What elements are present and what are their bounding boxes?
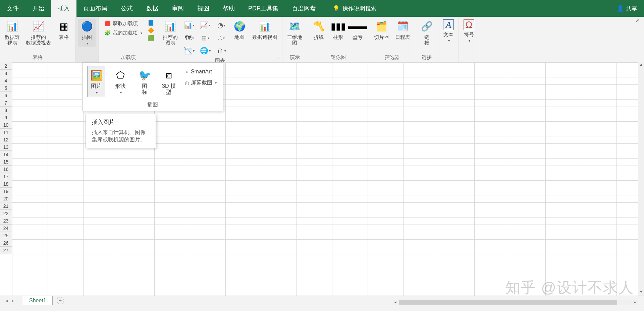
- row-header[interactable]: 7: [0, 99, 12, 107]
- symbol-button[interactable]: Ω符号▾: [462, 19, 476, 44]
- scroll-up-icon[interactable]: ▲: [638, 62, 644, 68]
- map3d-button[interactable]: 🗺️ 三维地 图: [285, 19, 304, 47]
- tooltip-body: 插入来自计算机、图像集库或联机源的图片。: [92, 129, 150, 144]
- group-demo: 🗺️ 三维地 图 演示: [282, 17, 307, 62]
- table-button[interactable]: ▦ 表格: [55, 19, 72, 41]
- row-header[interactable]: 19: [0, 188, 12, 195]
- row-header[interactable]: 18: [0, 180, 12, 188]
- row-header[interactable]: 17: [0, 173, 12, 180]
- hscroll-thumb[interactable]: [399, 300, 617, 305]
- add-sheet-button[interactable]: ＋: [57, 297, 64, 304]
- shapes-button[interactable]: ⬠ 形状▾: [111, 66, 129, 97]
- insert-picture-button[interactable]: 🖼️ 图片▾: [87, 66, 105, 97]
- tab-pdf[interactable]: PDF工具集: [241, 0, 285, 17]
- chart-hierarchy-button[interactable]: 🗺▾: [182, 32, 197, 44]
- map-chart-button[interactable]: 🌍 地图: [231, 19, 248, 41]
- sheet-next-button[interactable]: ▸: [10, 298, 16, 303]
- row-header[interactable]: 5: [0, 84, 12, 92]
- row-header[interactable]: 20: [0, 195, 12, 202]
- chart-stat-button[interactable]: ⊞▾: [198, 32, 213, 44]
- tab-insert[interactable]: 插入: [51, 0, 76, 17]
- link-button[interactable]: 🔗链 接: [418, 19, 435, 47]
- pivot-table-button[interactable]: 📊 数据透 视表: [3, 19, 22, 47]
- screenshot-button[interactable]: ⎙屏幕截图▾: [184, 79, 218, 87]
- horizontal-scrollbar[interactable]: ◂ ▸: [392, 299, 638, 305]
- tab-layout[interactable]: 页面布局: [76, 0, 114, 17]
- charts-dialog-launcher[interactable]: ↘: [276, 56, 281, 61]
- row-header[interactable]: 10: [0, 121, 12, 129]
- sheet-nav: ◂ ▸: [0, 298, 19, 303]
- row-header[interactable]: 16: [0, 166, 12, 173]
- row-header[interactable]: 14: [0, 151, 12, 158]
- row-header[interactable]: 21: [0, 202, 12, 210]
- sparkline-winloss-button[interactable]: ▬▬盈亏: [349, 19, 366, 41]
- illustrations-button[interactable]: 🔵 插图▾: [78, 19, 96, 47]
- scroll-left-icon[interactable]: ◂: [392, 300, 398, 304]
- map-icon: 🌍: [233, 19, 246, 33]
- icons-button[interactable]: 🐦 图 标: [136, 66, 154, 97]
- share-button[interactable]: 👤 共享: [617, 5, 637, 12]
- chart-line-button[interactable]: 📈▾: [198, 19, 213, 31]
- chart-waterfall-button[interactable]: 📉▾: [182, 45, 197, 56]
- tab-home[interactable]: 开始: [25, 0, 51, 17]
- tab-file[interactable]: 文件: [0, 0, 25, 17]
- chart-scatter-button[interactable]: ∴▾: [214, 32, 229, 44]
- my-addins-label: 我的加载项: [113, 30, 138, 36]
- row-header[interactable]: 9: [0, 114, 12, 121]
- pivot-chart-button[interactable]: 📊 数据透视图: [250, 19, 279, 41]
- row-header[interactable]: 27: [0, 247, 12, 254]
- row-header[interactable]: 6: [0, 92, 12, 99]
- row-header[interactable]: 25: [0, 232, 12, 239]
- tab-baidu[interactable]: 百度网盘: [285, 0, 323, 17]
- tab-review[interactable]: 审阅: [165, 0, 191, 17]
- chart-surface-button[interactable]: 🌐▾: [198, 45, 213, 56]
- sparkline-line-button[interactable]: 〽️折线: [310, 19, 327, 41]
- sheet-prev-button[interactable]: ◂: [3, 298, 10, 303]
- shapes-icon: ⬠: [114, 68, 127, 82]
- row-header[interactable]: 15: [0, 158, 12, 166]
- sparkline-column-button[interactable]: ▮▮▮柱形: [329, 19, 347, 41]
- timeline-button[interactable]: 🗓️日程表: [393, 19, 412, 41]
- chart-combo-button[interactable]: ⫛▾: [214, 45, 229, 56]
- chart-pie-button[interactable]: ◔▾: [214, 19, 229, 31]
- row-header[interactable]: 11: [0, 129, 12, 136]
- row-header[interactable]: 26: [0, 239, 12, 247]
- link-label: 链 接: [424, 34, 429, 46]
- people-icon[interactable]: 🟩: [148, 34, 154, 41]
- recommended-charts-button[interactable]: 📊 推荐的 图表: [161, 19, 180, 47]
- 3d-model-button[interactable]: ⧈ 3D 模 型: [160, 66, 178, 97]
- vertical-scrollbar[interactable]: ▲ ▼: [638, 62, 644, 296]
- row-header[interactable]: 23: [0, 217, 12, 225]
- slicer-button[interactable]: 🗂️切片器: [372, 19, 391, 41]
- recommended-pivot-button[interactable]: 📈 推荐的 数据透视表: [24, 19, 53, 47]
- row-header[interactable]: 22: [0, 210, 12, 217]
- tab-view[interactable]: 视图: [191, 0, 216, 17]
- row-header[interactable]: 4: [0, 77, 12, 84]
- smartart-button[interactable]: ⟐SmartArt: [184, 68, 218, 75]
- tab-data[interactable]: 数据: [140, 0, 165, 17]
- chart-column-button[interactable]: 📊▾: [182, 19, 197, 31]
- collapse-ribbon-button[interactable]: ⤢: [635, 18, 642, 24]
- tab-help[interactable]: 帮助: [216, 0, 241, 17]
- row-header[interactable]: 8: [0, 107, 12, 114]
- row-header[interactable]: 3: [0, 70, 12, 77]
- bing-icon[interactable]: 🔶: [148, 27, 154, 34]
- row-header[interactable]: 12: [0, 136, 12, 143]
- smartart-label: SmartArt: [191, 69, 212, 75]
- hscroll-track[interactable]: [398, 299, 632, 305]
- my-addins-button[interactable]: 🧩我的加载项▾: [102, 29, 144, 37]
- tell-me-search[interactable]: 💡 操作说明搜索: [333, 5, 377, 12]
- visio-icon[interactable]: 📘: [148, 19, 154, 26]
- group-links-label: 链接: [418, 53, 435, 61]
- get-addins-label: 获取加载项: [113, 20, 138, 27]
- text-button[interactable]: A文本▾: [441, 19, 456, 44]
- get-addins-button[interactable]: 🟥获取加载项: [102, 19, 144, 27]
- chevron-down-icon: ▾: [469, 39, 470, 43]
- row-header[interactable]: 2: [0, 62, 12, 70]
- scroll-right-icon[interactable]: ▸: [632, 300, 638, 304]
- tab-formula[interactable]: 公式: [114, 0, 140, 17]
- scroll-down-icon[interactable]: ▼: [638, 290, 644, 296]
- sheet-tab-active[interactable]: Sheet1: [23, 296, 53, 305]
- row-header[interactable]: 13: [0, 143, 12, 151]
- row-header[interactable]: 24: [0, 225, 12, 232]
